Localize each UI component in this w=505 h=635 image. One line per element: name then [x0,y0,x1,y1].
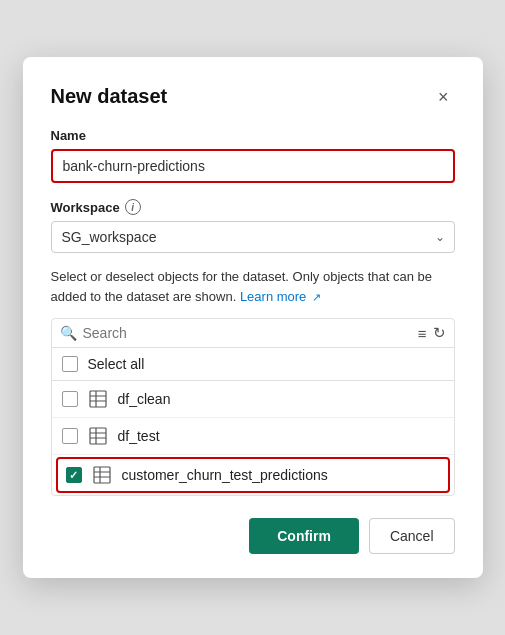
cancel-button[interactable]: Cancel [369,518,455,554]
objects-list: df_clean df_test [52,381,454,493]
description-text: Select or deselect objects for the datas… [51,267,455,306]
confirm-button[interactable]: Confirm [249,518,359,554]
dialog-title: New dataset [51,85,168,108]
svg-rect-8 [94,467,110,483]
select-all-checkbox[interactable] [62,356,78,372]
name-input[interactable] [51,149,455,183]
workspace-info-icon[interactable]: i [125,199,141,215]
learn-more-link[interactable]: Learn more [240,289,306,304]
search-icon: 🔍 [60,325,77,341]
item-checkbox-df-clean[interactable] [62,391,78,407]
item-checkbox-churn-predictions[interactable] [66,467,82,483]
item-name-df-clean: df_clean [118,391,171,407]
select-all-row: Select all [52,348,454,381]
list-item: df_test [52,418,454,455]
dialog-footer: Confirm Cancel [51,518,455,554]
objects-section: 🔍 ≡ ↻ Select all [51,318,455,496]
item-checkbox-df-test[interactable] [62,428,78,444]
filter-icon[interactable]: ≡ [418,325,427,342]
list-item-selected: customer_churn_test_predictions [56,457,450,493]
close-button[interactable]: × [432,86,455,108]
search-input[interactable] [83,325,412,341]
item-name-df-test: df_test [118,428,160,444]
table-icon [88,389,108,409]
refresh-icon[interactable]: ↻ [433,324,446,342]
table-icon [92,465,112,485]
list-item: df_clean [52,381,454,418]
svg-rect-4 [90,428,106,444]
workspace-label-row: Workspace i [51,199,455,215]
select-all-label: Select all [88,356,145,372]
workspace-label: Workspace [51,200,120,215]
name-label: Name [51,128,455,143]
workspace-select-wrapper: SG_workspace ⌄ [51,221,455,253]
dialog-header: New dataset × [51,85,455,108]
external-link-icon: ↗ [312,289,321,306]
new-dataset-dialog: New dataset × Name Workspace i SG_worksp… [23,57,483,578]
workspace-select[interactable]: SG_workspace [51,221,455,253]
item-name-churn-predictions: customer_churn_test_predictions [122,467,328,483]
search-row: 🔍 ≡ ↻ [52,319,454,348]
svg-rect-0 [90,391,106,407]
table-icon [88,426,108,446]
